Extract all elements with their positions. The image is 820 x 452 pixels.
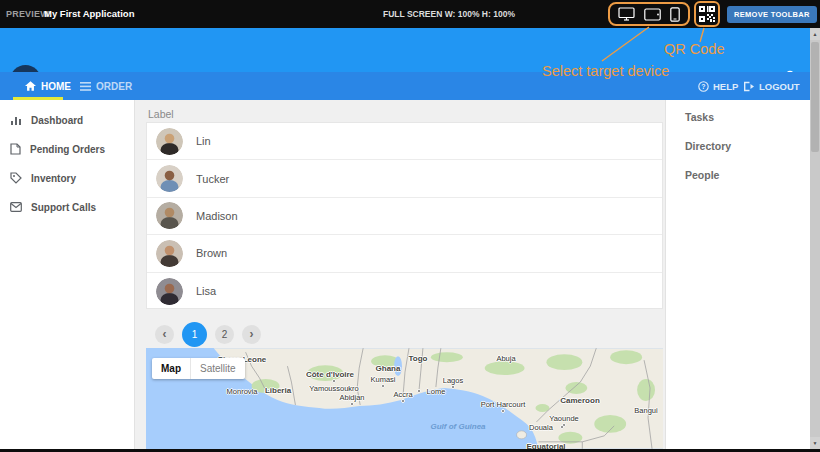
person-name: Lisa [196,285,216,297]
avatar [156,240,183,267]
help-label: HELP [713,81,738,92]
scroll-up-icon[interactable]: ▲ [810,28,820,40]
qr-code-button[interactable] [694,1,720,27]
rightbar-item-directory[interactable]: Directory [685,140,731,152]
city-marker-icon [417,389,421,393]
tab-order[interactable]: ORDER [80,72,132,100]
desktop-icon[interactable] [618,7,635,21]
table-row[interactable]: Lisa [147,273,662,310]
map-label-city: Lome [427,387,446,396]
person-name: Brown [196,247,227,259]
main-content: Label LinTuckerMadisonBrownLisa ‹12› [135,100,665,449]
map-label-country: Liberia [265,386,291,395]
map-label-city: Douala [529,423,553,432]
map-label-city: Abidjan [339,393,364,402]
list-title: Label [148,108,174,120]
active-tab-underline [13,97,63,100]
right-sidebar: TasksDirectoryPeople [665,100,810,449]
help-icon: ? [698,81,709,92]
envelope-icon [10,202,22,212]
sidebar-item-label: Pending Orders [30,144,105,155]
rightbar-item-tasks[interactable]: Tasks [685,111,714,123]
avatar [156,165,183,192]
sidebar-item-label: Dashboard [31,115,83,126]
map-label-country: Equatorial [526,442,565,450]
preview-window: PREVIEW: My First Application FULL SCREE… [0,0,820,452]
target-device-selector [608,2,690,26]
toolbar-app-title: My First Application [44,8,134,19]
logout-icon [743,81,755,92]
table-row[interactable]: Lin [147,123,662,160]
pagination: ‹12› [155,321,261,347]
document-icon [10,143,21,155]
vertical-scrollbar[interactable]: ▲ ▼ [810,28,820,449]
qr-code-icon [699,6,715,22]
map-label-city: Monrovia [227,387,258,396]
city-marker-icon [560,425,564,429]
rightbar-item-people[interactable]: People [685,169,719,181]
scrollbar-thumb[interactable] [811,42,819,152]
map-label-country: Ghana [376,364,401,373]
bar-chart-icon [10,114,22,126]
map-label-country: Cameroon [560,396,600,405]
pagination-prev-icon[interactable]: ‹ [155,325,174,344]
sidebar-item-pending-orders[interactable]: Pending Orders [0,138,135,160]
tab-label: HOME [41,81,71,92]
phone-icon[interactable] [670,7,680,22]
avatar [156,202,183,229]
fullscreen-dimensions-label: FULL SCREEN W: 100% H: 100% [383,9,515,19]
people-list: LinTuckerMadisonBrownLisa [146,122,663,309]
remove-toolbar-button[interactable]: REMOVE TOOLBAR [727,6,817,23]
avatar [156,278,183,305]
preview-toolbar: PREVIEW: My First Application FULL SCREE… [0,0,820,28]
table-row[interactable]: Tucker [147,160,662,197]
city-marker-icon [451,385,455,389]
left-sidebar: DashboardPending OrdersInventorySupport … [0,100,135,449]
menu-icon [80,82,91,91]
map-label-city: Kumasi [370,375,395,384]
pagination-next-icon[interactable]: › [242,325,261,344]
app-header: My First Application Search [0,28,810,72]
city-marker-icon [332,379,336,383]
tab-home[interactable]: HOME [25,72,71,100]
logout-button[interactable]: LOGOUT [743,72,800,100]
sidebar-item-dashboard[interactable]: Dashboard [0,109,135,131]
person-name: Lin [196,135,211,147]
pagination-page-2[interactable]: 2 [215,325,234,344]
city-marker-icon [401,399,405,403]
city-marker-icon [381,384,385,388]
map-label-city: Lagos [443,376,463,385]
map-control-satellite[interactable]: Satellite [190,358,245,379]
map-label-city: Accra [393,390,412,399]
map-label-city: Bangui [634,406,657,415]
help-button[interactable]: ? HELP [698,72,738,100]
sidebar-item-label: Inventory [31,173,76,184]
sidebar-item-label: Support Calls [31,202,96,213]
tab-label: ORDER [96,81,132,92]
map-label-city: Abuja [496,354,515,363]
city-marker-icon [350,402,354,406]
map-label-country: Côte d'Ivoire [306,370,354,379]
city-marker-icon [501,409,505,413]
avatar [156,128,183,155]
map-label-water: Gulf of Guinea [430,422,485,431]
map-label-country: Togo [409,354,428,363]
map-type-control: MapSatellite [152,358,245,379]
person-name: Madison [196,210,238,222]
map-label-city: Port Harcourt [481,400,526,409]
table-row[interactable]: Brown [147,235,662,272]
table-row[interactable]: Madison [147,198,662,235]
map-label-city: Yamoussoukro [309,384,358,393]
pagination-page-1[interactable]: 1 [182,322,207,347]
sidebar-item-inventory[interactable]: Inventory [0,167,135,189]
logout-label: LOGOUT [759,81,800,92]
person-name: Tucker [196,173,229,185]
tablet-icon[interactable] [644,8,661,21]
map-widget[interactable]: MapSatellite Sierra LeoneCôte d'IvoireGh… [146,348,663,449]
tag-icon [10,172,22,184]
home-icon [25,81,36,91]
sidebar-item-support-calls[interactable]: Support Calls [0,196,135,218]
map-control-map[interactable]: Map [152,358,190,379]
svg-text:?: ? [701,83,705,90]
scroll-down-icon[interactable]: ▼ [810,437,820,449]
